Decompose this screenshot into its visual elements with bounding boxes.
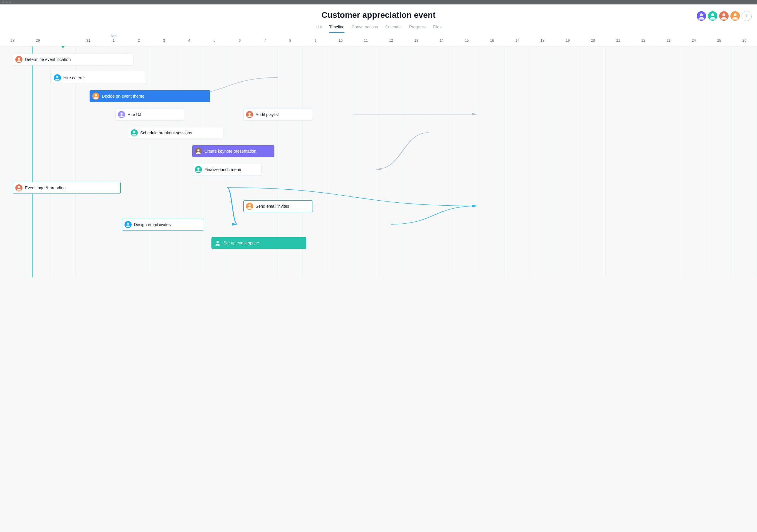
axis-day: 4: [176, 33, 202, 46]
tab-conversations[interactable]: Conversations: [351, 24, 378, 33]
axis-day: 3: [151, 33, 176, 46]
task-bar[interactable]: Determine event location: [13, 53, 133, 65]
tab-timeline[interactable]: Timeline: [329, 24, 345, 33]
task-label: Determine event location: [25, 57, 71, 62]
assignee-avatar: [195, 166, 202, 173]
axis-day: 14: [429, 33, 454, 46]
tab-list[interactable]: List: [316, 24, 322, 33]
task-bar[interactable]: Audit playlist: [243, 109, 313, 120]
task-bar[interactable]: Finalize lunch menu: [192, 164, 262, 175]
assignee-avatar: [15, 184, 22, 191]
add-member-button[interactable]: +: [742, 11, 752, 21]
project-members: +: [697, 11, 752, 21]
assignee-avatar: [246, 203, 253, 210]
axis-day: 7: [252, 33, 277, 46]
axis-day: 19: [555, 33, 580, 46]
task-label: Decide on event theme: [102, 94, 144, 99]
header: Customer appreciation event + ListTimeli…: [0, 4, 757, 33]
axis-day: 2: [126, 33, 151, 46]
axis-day: 28: [0, 33, 25, 46]
svg-point-13: [95, 94, 97, 96]
axis-day: 8: [278, 33, 303, 46]
task-bar[interactable]: Schedule breakout sessions: [128, 127, 223, 139]
task-label: Audit playlist: [256, 112, 279, 117]
assignee-avatar: [125, 221, 132, 228]
task-label: Hire DJ: [128, 112, 141, 117]
month-label: Sep: [110, 34, 116, 38]
svg-point-1: [700, 13, 703, 16]
svg-point-5: [722, 13, 725, 16]
svg-point-31: [217, 241, 219, 243]
task-bar[interactable]: Event logo & branding: [13, 182, 121, 194]
assignee-avatar: [118, 111, 125, 118]
view-tabs: ListTimelineConversationsCalendarProgres…: [0, 24, 757, 33]
assignee-avatar: [54, 74, 61, 81]
axis-day: 30: [50, 33, 76, 46]
svg-point-17: [249, 112, 251, 115]
task-label: Design email invites: [134, 222, 171, 227]
task-bar[interactable]: Decide on event theme: [90, 90, 210, 102]
axis-day: 24: [681, 33, 707, 46]
axis-day: 25: [707, 33, 732, 46]
assignee-avatar: [214, 239, 221, 246]
svg-point-19: [133, 131, 136, 133]
today-indicator: [32, 47, 33, 277]
task-bar[interactable]: Set up event space: [211, 237, 306, 249]
member-avatar[interactable]: [708, 11, 717, 21]
svg-point-9: [18, 57, 20, 60]
tab-progress[interactable]: Progress: [409, 24, 426, 33]
member-avatar[interactable]: [719, 11, 729, 21]
task-bar[interactable]: Hire DJ: [115, 109, 185, 120]
axis-day: 12: [378, 33, 404, 46]
axis-day: 6: [227, 33, 252, 46]
svg-point-27: [249, 204, 251, 206]
assignee-avatar: [131, 129, 138, 137]
tab-calendar[interactable]: Calendar: [385, 24, 402, 33]
member-avatar[interactable]: [697, 11, 706, 21]
axis-day: 17: [505, 33, 530, 46]
axis-day: 5: [202, 33, 227, 46]
axis-day: 9: [303, 33, 328, 46]
task-bar[interactable]: Hire caterer: [51, 72, 146, 84]
axis-day: 11: [353, 33, 378, 46]
task-label: Hire caterer: [63, 76, 85, 80]
assignee-avatar: [15, 56, 22, 63]
svg-point-11: [56, 76, 59, 78]
task-label: Send email invites: [256, 204, 289, 208]
svg-point-3: [711, 13, 714, 16]
tab-files[interactable]: Files: [433, 24, 441, 33]
svg-point-7: [734, 13, 737, 16]
axis-day: 31: [76, 33, 101, 46]
assignee-avatar: [246, 111, 253, 118]
axis-day: 10: [328, 33, 353, 46]
svg-point-25: [18, 186, 20, 188]
svg-point-15: [120, 112, 123, 115]
task-bar[interactable]: Create keynote presentation: [192, 145, 274, 157]
task-label: Schedule breakout sessions: [140, 131, 192, 135]
axis-day: 13: [404, 33, 429, 46]
axis-day: 26: [732, 33, 757, 46]
axis-day: 16: [479, 33, 504, 46]
assignee-avatar: [92, 93, 99, 100]
svg-point-29: [127, 223, 129, 225]
gantt-chart[interactable]: Determine event locationHire catererDeci…: [0, 47, 757, 277]
member-avatar[interactable]: [730, 11, 740, 21]
axis-day: 29: [25, 33, 50, 46]
axis-day: 22: [631, 33, 656, 46]
task-label: Create keynote presentation: [204, 149, 257, 154]
task-label: Event logo & branding: [25, 185, 66, 190]
task-bar[interactable]: Send email invites: [243, 200, 313, 212]
window-chrome: [0, 0, 757, 4]
page-title: Customer appreciation event: [0, 4, 757, 20]
svg-point-21: [197, 149, 199, 151]
axis-day: 23: [656, 33, 681, 46]
task-bar[interactable]: Design email invites: [122, 219, 204, 231]
timeline-axis: 282930311Sep2345678910111213141516171819…: [0, 33, 757, 47]
axis-day: 18: [530, 33, 555, 46]
task-label: Set up event space: [224, 240, 259, 245]
assignee-avatar: [195, 148, 202, 155]
svg-point-23: [197, 168, 199, 170]
task-label: Finalize lunch menu: [204, 167, 241, 172]
axis-day: 21: [606, 33, 631, 46]
axis-day: 15: [454, 33, 479, 46]
